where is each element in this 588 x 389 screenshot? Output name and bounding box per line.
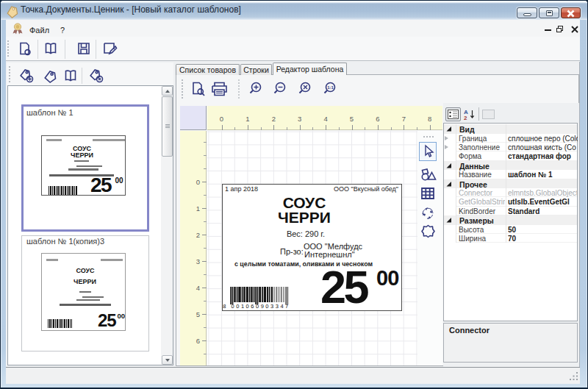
svg-text:8 001060903347: 8 001060903347 xyxy=(223,303,288,310)
svg-text:1:1: 1:1 xyxy=(327,85,334,90)
svg-text:2: 2 xyxy=(464,115,467,121)
